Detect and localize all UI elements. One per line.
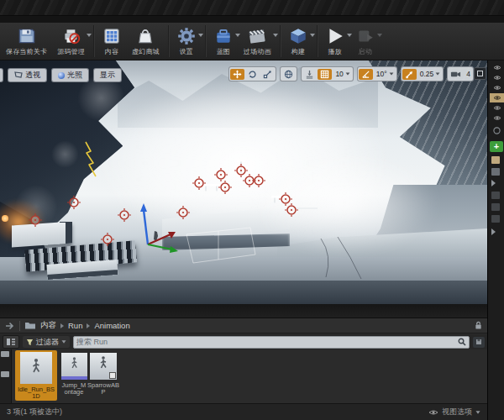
- section-expander-icon[interactable]: [491, 228, 496, 235]
- scale-snap-toggle[interactable]: [402, 69, 417, 80]
- surface-snap-button[interactable]: [302, 69, 317, 80]
- forward-arrow-icon[interactable]: [5, 318, 15, 333]
- rotation-snap-toggle[interactable]: [359, 69, 373, 80]
- target-point-actors[interactable]: [29, 164, 298, 246]
- asset-tile-blendspace[interactable]: Idle_Run_BS1D: [15, 350, 57, 401]
- transform-tools-group: [228, 66, 276, 81]
- asset-tile-anim-blueprint[interactable]: SparrowABP: [87, 350, 120, 396]
- launch-button[interactable]: 启动: [351, 23, 381, 60]
- settings-button[interactable]: 设置: [172, 23, 202, 60]
- rotate-icon: [248, 70, 257, 79]
- details-icon[interactable]: [491, 168, 500, 176]
- content-browser: 内容 Run Animation 过滤器: [0, 304, 487, 420]
- gear-icon: [176, 26, 197, 46]
- lock-icon[interactable]: [475, 318, 482, 333]
- toolbar-label: 过场动画: [244, 47, 271, 56]
- visibility-eye-icon[interactable]: [490, 113, 504, 123]
- sources-panel-splitter[interactable]: [0, 349, 12, 403]
- save-level-button[interactable]: 保存当前关卡: [2, 23, 53, 60]
- splitter-handle[interactable]: [1, 351, 9, 357]
- launch-icon: [355, 26, 375, 46]
- save-icon: [17, 26, 37, 46]
- visibility-eye-icon[interactable]: [490, 83, 504, 92]
- toolbar-label: 内容: [105, 47, 118, 56]
- lit-icon: [58, 72, 65, 79]
- camera-speed-button[interactable]: [449, 69, 463, 80]
- asset-name: Jump_Montage: [60, 382, 87, 396]
- search-icon: [458, 334, 466, 349]
- rotate-tool-button[interactable]: [245, 69, 260, 80]
- maximize-viewport-button[interactable]: [474, 67, 486, 80]
- show-label: 显示: [100, 70, 115, 81]
- world-coordinates-button[interactable]: [281, 69, 296, 80]
- viewport-toolbar-left: 透视 光照 显示: [0, 68, 122, 82]
- asset-tile-montage[interactable]: Jump_Montage: [60, 350, 87, 396]
- details-icon: [491, 215, 500, 223]
- splitter-handle[interactable]: [1, 371, 9, 377]
- grid-snap-toggle[interactable]: [318, 69, 332, 80]
- scale-snap-group: 0.25: [401, 66, 444, 81]
- rotation-snap-value[interactable]: 10°: [374, 70, 396, 78]
- scale-tool-button[interactable]: [260, 69, 275, 80]
- perspective-label: 透视: [25, 70, 40, 81]
- asset-thumbnail: [61, 353, 87, 380]
- blueprints-button[interactable]: 蓝图: [209, 23, 239, 60]
- show-button[interactable]: 显示: [93, 68, 122, 82]
- transform-gizmo[interactable]: [140, 203, 178, 253]
- cinematics-button[interactable]: 过场动画: [239, 23, 277, 60]
- level-viewport[interactable]: 透视 光照 显示: [0, 60, 487, 304]
- visibility-eye-icon[interactable]: [490, 63, 504, 72]
- camera-speed-value[interactable]: 4: [464, 70, 472, 78]
- breadcrumb-subfolder[interactable]: Animation: [94, 321, 129, 330]
- viewport-options-button[interactable]: [0, 68, 3, 82]
- add-component-button[interactable]: +: [490, 141, 503, 152]
- blueprints-icon: [213, 26, 234, 46]
- filters-button[interactable]: 过滤器: [23, 336, 70, 348]
- sources-panel-toggle-button[interactable]: [3, 335, 19, 349]
- viewport-overlay: [0, 60, 487, 304]
- chevron-down-icon: [345, 72, 349, 75]
- toolbar-label: 源码管理: [57, 47, 85, 56]
- viewport-toolbar-right: 10 10° 0.25 4: [228, 66, 474, 81]
- move-tool-button[interactable]: [230, 69, 244, 80]
- content-icon: [102, 26, 122, 46]
- chevron-down-icon: [436, 72, 440, 75]
- details-icon[interactable]: [491, 156, 500, 164]
- view-options-button[interactable]: 视图选项: [428, 407, 480, 417]
- details-icon: [491, 203, 500, 211]
- maximize-icon: [477, 71, 483, 76]
- perspective-icon: [14, 71, 23, 80]
- chevron-down-icon: [310, 34, 315, 37]
- lit-mode-button[interactable]: 光照: [51, 68, 89, 82]
- tab-well-gap: [0, 16, 504, 23]
- visibility-eye-icon[interactable]: [490, 73, 504, 82]
- breadcrumb-separator-icon: [87, 323, 90, 328]
- scale-snap-icon: [405, 70, 414, 79]
- search-input[interactable]: [76, 337, 455, 347]
- globe-icon: [284, 70, 293, 79]
- breadcrumb-folder[interactable]: Run: [68, 321, 82, 330]
- grid-snap-icon: [320, 70, 329, 79]
- section-expander-icon[interactable]: [491, 180, 496, 186]
- list-icon: [6, 338, 16, 346]
- content-button[interactable]: 内容: [97, 23, 128, 60]
- breadcrumb-root[interactable]: 内容: [40, 320, 56, 331]
- eye-icon: [428, 409, 438, 416]
- search-box: [73, 336, 470, 349]
- visibility-eye-icon-selected[interactable]: [490, 93, 504, 102]
- play-button[interactable]: 播放: [321, 23, 351, 60]
- breadcrumb-bar: 内容 Run Animation: [0, 318, 487, 333]
- perspective-button[interactable]: 透视: [8, 68, 47, 82]
- save-search-button[interactable]: [473, 337, 485, 348]
- scale-snap-value[interactable]: 0.25: [417, 70, 443, 78]
- build-button[interactable]: 构建: [284, 23, 314, 60]
- marketplace-button[interactable]: 虚幻商城: [128, 23, 165, 60]
- right-dock-panel: +: [487, 60, 504, 420]
- item-count-text: 3 项(1 项被选中): [7, 407, 62, 417]
- grid-snap-value[interactable]: 10: [333, 70, 351, 78]
- visibility-eye-icon[interactable]: [490, 103, 504, 113]
- source-control-button[interactable]: 源码管理: [53, 23, 91, 60]
- asset-grid: Idle_Run_BS1D Jump_Montage SparrowABP: [0, 349, 487, 403]
- main-toolbar: 保存当前关卡 源码管理 内容 虚幻商城 设置 蓝图: [0, 23, 504, 60]
- divider: [19, 321, 20, 331]
